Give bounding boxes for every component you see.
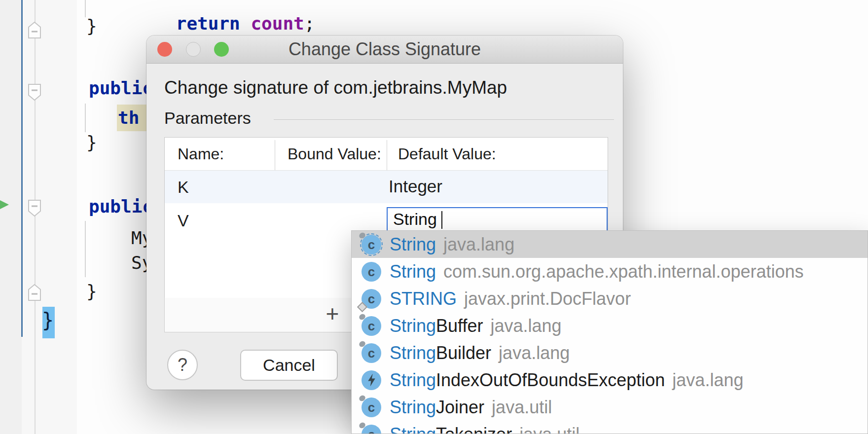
indent-guide <box>85 104 86 132</box>
code-this-fragment: th <box>118 108 139 128</box>
completion-rest-text: Tokenizer <box>436 424 512 434</box>
completion-item[interactable]: StringIndexOutOfBoundsExceptionjava.lang <box>352 366 868 394</box>
completion-item[interactable]: cStringjava.lang <box>352 231 868 258</box>
cancel-button[interactable]: Cancel <box>240 350 338 381</box>
default-value-edit-cell[interactable]: String <box>387 207 608 232</box>
indent-guide <box>85 0 86 17</box>
help-button[interactable]: ? <box>167 350 198 380</box>
completion-match-text: String <box>390 316 436 336</box>
run-arrow-icon[interactable] <box>0 198 10 212</box>
completion-match-text: String <box>390 261 436 282</box>
completion-item[interactable]: cStringTokenizerjava.util <box>352 421 868 434</box>
completion-item[interactable]: cStringcom.sun.org.apache.xpath.internal… <box>352 258 868 285</box>
code-selected-brace: } <box>42 309 54 331</box>
editor-left-margin <box>0 0 22 434</box>
fold-marker-up-icon[interactable] <box>28 22 41 38</box>
completion-match-text: String <box>390 370 436 391</box>
code-close-brace: } <box>86 16 97 36</box>
completion-package-text: java.lang <box>443 234 514 255</box>
code-close-brace: } <box>86 281 97 301</box>
completion-popup: cStringjava.langcStringcom.sun.org.apach… <box>351 230 868 434</box>
ide-screen: return count; } public th } public My Sy… <box>0 0 868 434</box>
edit-cell-text: String <box>393 210 437 229</box>
completion-item[interactable]: cStringBuilderjava.lang <box>352 339 868 366</box>
completion-match-text: String <box>390 234 436 255</box>
dialog-heading: Change signature of com.jetbrains.MyMap <box>164 77 507 98</box>
completion-item[interactable]: cStringJoinerjava.util <box>352 394 868 421</box>
gutter-separator-line <box>35 0 36 434</box>
add-parameter-button[interactable]: + <box>319 298 346 331</box>
code-close-brace: } <box>86 132 97 152</box>
punctuation: ; <box>304 13 315 34</box>
completion-package-text: com.sun.org.apache.xpath.internal.operat… <box>443 261 803 282</box>
completion-package-text: java.util <box>519 424 579 434</box>
completion-package-text: java.lang <box>490 316 561 336</box>
completion-package-text: java.util <box>492 397 552 418</box>
class-icon: c <box>362 262 381 282</box>
gutter-accent-line <box>21 0 23 337</box>
fold-marker-up-icon[interactable] <box>28 284 41 301</box>
completion-match-text: String <box>390 424 436 434</box>
completion-match-text: String <box>390 397 436 418</box>
indent-guide <box>85 221 86 277</box>
parameters-section-label: Parameters <box>164 108 251 128</box>
lightning-bolt-icon <box>367 374 376 387</box>
class-final-icon: c <box>362 316 381 336</box>
class-final-icon: c <box>362 235 381 254</box>
class-final-icon: c <box>362 425 381 434</box>
completion-package-text: java.lang <box>499 343 570 363</box>
class-final-icon: c <box>362 343 381 363</box>
completion-item[interactable]: cSTRINGjavax.print.DocFlavor <box>352 285 868 312</box>
completion-rest-text: IndexOutOfBoundsException <box>436 370 665 391</box>
fold-marker-down-icon[interactable] <box>28 84 41 101</box>
completion-rest-text: Builder <box>436 343 491 363</box>
editor-gutter <box>22 0 77 434</box>
completion-rest-text: Buffer <box>436 316 483 336</box>
text-cursor <box>441 211 442 229</box>
completion-item[interactable]: cStringBufferjava.lang <box>352 312 868 339</box>
completion-package-text: java.lang <box>672 370 743 391</box>
code-public-keyword: public <box>89 196 153 217</box>
variable-count: count <box>251 13 304 34</box>
param-name-cell: K <box>178 178 189 197</box>
keyword-return: return <box>176 13 251 34</box>
column-header-bound-value: Bound Value: <box>288 138 381 170</box>
param-name-cell: V <box>178 211 189 230</box>
completion-rest-text: Joiner <box>436 397 484 418</box>
dialog-title: Change Class Signature <box>146 36 623 63</box>
completion-match-text: String <box>390 343 436 363</box>
column-separator <box>275 140 275 170</box>
fold-marker-down-icon[interactable] <box>28 200 41 217</box>
section-separator <box>274 119 614 120</box>
param-default-cell: Integer <box>389 177 442 196</box>
completion-list: cStringjava.langcStringcom.sun.org.apach… <box>352 231 868 434</box>
column-separator <box>387 140 387 170</box>
completion-match-text: STRING <box>390 289 457 309</box>
column-header-default-value: Default Value: <box>398 138 496 170</box>
class-final-icon: c <box>362 398 381 417</box>
exception-icon <box>362 370 381 390</box>
code-public-keyword: public <box>89 78 153 98</box>
column-header-name: Name: <box>178 138 224 170</box>
completion-package-text: javax.print.DocFlavor <box>464 289 631 309</box>
table-row-k[interactable]: K Integer <box>165 171 608 203</box>
class-static-icon: c <box>362 289 381 309</box>
